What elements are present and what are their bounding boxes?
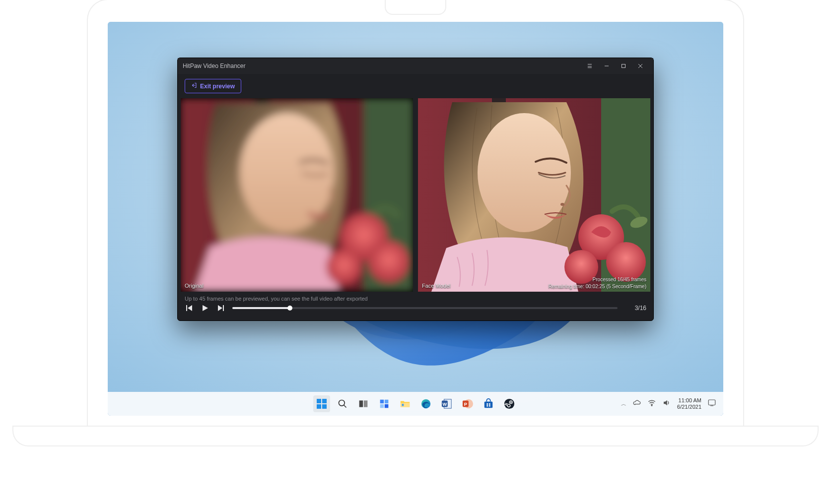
svg-marker-23 xyxy=(203,305,208,311)
seek-thumb[interactable] xyxy=(287,306,292,311)
svg-rect-36 xyxy=(380,404,384,408)
laptop-notch xyxy=(386,0,445,14)
svg-rect-56 xyxy=(708,400,715,405)
system-tray: ︿ 11:00 AM 6/21/2021 xyxy=(621,397,716,410)
svg-rect-47 xyxy=(485,401,493,408)
pane-original-label: Original xyxy=(185,283,204,289)
store-icon[interactable] xyxy=(480,395,497,412)
processed-frames-text: Processed 16/45 frames xyxy=(549,276,646,283)
svg-point-15 xyxy=(478,113,571,232)
steam-icon[interactable] xyxy=(501,395,518,412)
svg-rect-39 xyxy=(402,404,404,406)
powerpoint-icon[interactable]: P xyxy=(459,395,476,412)
svg-rect-32 xyxy=(359,400,363,407)
svg-rect-28 xyxy=(317,404,321,409)
search-icon[interactable] xyxy=(334,395,351,412)
taskbar-time: 11:00 AM xyxy=(677,397,701,404)
edge-icon[interactable] xyxy=(417,395,434,412)
svg-point-54 xyxy=(510,402,512,403)
menu-icon[interactable]: ☰ xyxy=(582,60,598,72)
prev-frame-button[interactable] xyxy=(185,304,194,313)
laptop-base xyxy=(13,427,818,445)
svg-rect-35 xyxy=(385,400,389,404)
svg-rect-34 xyxy=(380,400,384,404)
start-icon[interactable] xyxy=(313,395,330,412)
svg-rect-50 xyxy=(486,405,488,407)
exit-preview-button[interactable]: Exit preview xyxy=(185,79,241,93)
seek-fill xyxy=(232,307,290,309)
taskbar-center: W P xyxy=(313,395,518,412)
maximize-button[interactable] xyxy=(616,60,631,72)
laptop-frame: HitPaw Video Enhancer ☰ xyxy=(88,0,743,437)
svg-line-31 xyxy=(344,405,346,408)
svg-rect-38 xyxy=(401,403,410,407)
word-icon[interactable]: W xyxy=(438,395,455,412)
svg-text:P: P xyxy=(464,402,467,407)
svg-rect-33 xyxy=(364,400,368,407)
seek-bar[interactable] xyxy=(232,307,618,309)
svg-rect-26 xyxy=(317,399,321,403)
processing-status: Processed 16/45 frames Remaining time: 0… xyxy=(549,276,646,290)
toolbar: Exit preview xyxy=(178,74,653,98)
svg-rect-2 xyxy=(622,64,625,68)
svg-point-30 xyxy=(339,400,345,406)
svg-point-8 xyxy=(240,113,334,232)
preview-hint: Up to 45 frames can be previewed, you ca… xyxy=(178,292,653,304)
svg-rect-51 xyxy=(489,405,490,407)
frame-counter: 3/16 xyxy=(624,305,646,312)
svg-text:W: W xyxy=(443,402,447,407)
desktop-screen: HitPaw Video Enhancer ☰ xyxy=(108,22,723,416)
titlebar[interactable]: HitPaw Video Enhancer ☰ xyxy=(178,58,653,74)
svg-marker-22 xyxy=(188,305,192,311)
svg-marker-24 xyxy=(218,305,222,311)
svg-point-18 xyxy=(606,242,646,282)
pane-enhanced: Face Model Processed 16/45 frames Remain… xyxy=(418,98,650,292)
wifi-icon[interactable] xyxy=(647,398,656,409)
close-button[interactable] xyxy=(632,60,648,72)
svg-rect-27 xyxy=(322,399,327,403)
remaining-time-text: Remaining time: 00:02:25 (5 Second/Frame… xyxy=(549,283,646,290)
onedrive-icon[interactable] xyxy=(632,398,641,409)
play-button[interactable] xyxy=(201,304,209,313)
comparison-container: Original xyxy=(178,98,653,292)
svg-point-10 xyxy=(368,241,410,283)
pane-original: Original xyxy=(181,98,413,292)
tray-expand-icon[interactable]: ︿ xyxy=(621,400,626,408)
app-window: HitPaw Video Enhancer ☰ xyxy=(177,58,654,321)
svg-rect-37 xyxy=(385,404,389,408)
svg-rect-25 xyxy=(223,305,224,311)
widgets-icon[interactable] xyxy=(376,395,393,412)
svg-point-11 xyxy=(326,249,362,285)
window-title: HitPaw Video Enhancer xyxy=(183,63,582,69)
svg-point-55 xyxy=(651,405,652,406)
pane-enhanced-label: Face Model xyxy=(422,283,450,289)
taskbar-clock[interactable]: 11:00 AM 6/21/2021 xyxy=(677,397,701,410)
file-explorer-icon[interactable] xyxy=(397,395,414,412)
notifications-icon[interactable] xyxy=(707,398,716,409)
taskbar-date: 6/21/2021 xyxy=(677,404,701,410)
taskview-icon[interactable] xyxy=(355,395,372,412)
minimize-button[interactable] xyxy=(599,60,615,72)
svg-rect-29 xyxy=(322,404,327,409)
playback-controls: 3/16 xyxy=(178,304,653,320)
taskbar[interactable]: W P ︿ xyxy=(108,392,723,416)
svg-point-16 xyxy=(560,203,564,206)
svg-rect-49 xyxy=(489,403,490,405)
exit-icon xyxy=(191,82,197,90)
next-frame-button[interactable] xyxy=(216,304,225,313)
svg-rect-48 xyxy=(486,403,488,405)
volume-icon[interactable] xyxy=(662,398,671,409)
svg-rect-21 xyxy=(186,305,187,311)
exit-preview-label: Exit preview xyxy=(200,83,235,90)
